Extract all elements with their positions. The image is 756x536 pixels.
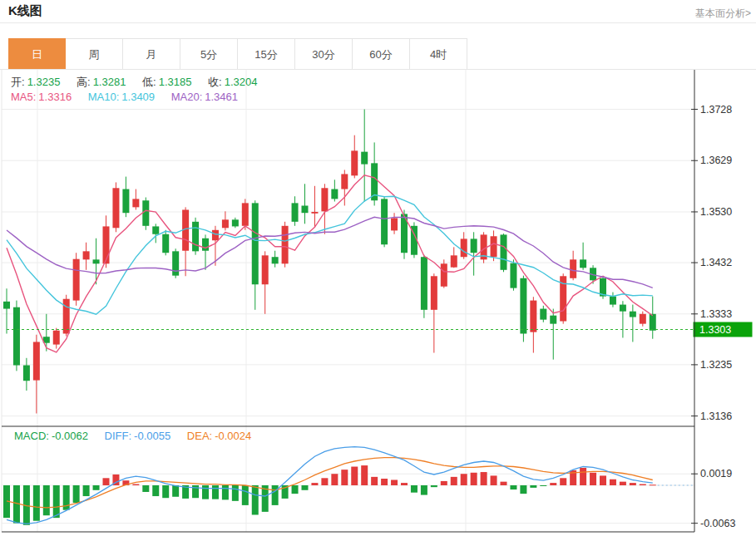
- candle-body: [23, 366, 30, 381]
- tab-5min[interactable]: 5分: [180, 38, 238, 70]
- macd-bar: [650, 484, 656, 485]
- macd-bar: [590, 473, 596, 485]
- tab-day[interactable]: 日: [8, 38, 66, 70]
- price-axis-label: 1.3333: [700, 308, 732, 320]
- candle-body: [302, 205, 309, 213]
- candle-body: [550, 316, 556, 324]
- tab-month[interactable]: 月: [123, 38, 180, 70]
- tab-60min[interactable]: 60分: [353, 38, 410, 70]
- candle-body: [142, 200, 149, 226]
- macd-bar: [441, 481, 447, 485]
- macd-bar: [242, 485, 249, 505]
- candle-body: [172, 251, 179, 275]
- macd-bar: [560, 478, 566, 485]
- candle-body: [321, 188, 328, 211]
- macd-bar: [600, 475, 606, 485]
- candle-body: [33, 342, 40, 380]
- candle-body: [630, 312, 636, 317]
- tab-15min[interactable]: 15分: [238, 38, 295, 70]
- macd-bar: [302, 485, 309, 490]
- candle-body: [640, 314, 646, 324]
- tab-4hour[interactable]: 4时: [410, 38, 467, 70]
- price-axis-label: 1.3629: [700, 155, 732, 166]
- macd-bar: [491, 475, 497, 485]
- candle-body: [381, 199, 388, 244]
- macd-bar: [431, 485, 437, 487]
- macd-bar: [351, 467, 358, 485]
- candle-body: [112, 188, 119, 228]
- macd-bar: [33, 485, 40, 521]
- macd-axis-label: -0.0063: [700, 518, 735, 529]
- candle-body: [53, 331, 60, 345]
- macd-bar: [292, 485, 299, 494]
- candle-body: [192, 222, 199, 252]
- macd-bar: [620, 482, 626, 485]
- last-price-badge-label: 1.3303: [699, 324, 731, 336]
- macd-bar: [630, 483, 636, 485]
- tab-30min[interactable]: 30分: [295, 38, 353, 70]
- macd-bar: [471, 473, 477, 485]
- fundamental-analysis-link[interactable]: 基本面分析>: [695, 7, 751, 21]
- macd-bar: [580, 468, 586, 485]
- candle-body: [63, 299, 70, 334]
- page-title: K线图: [8, 3, 42, 19]
- candle-body: [222, 219, 229, 228]
- macd-bar: [550, 483, 556, 485]
- candle-body: [620, 305, 626, 312]
- candle-body: [132, 199, 139, 207]
- macd-bar: [53, 485, 60, 518]
- macd-bar: [520, 485, 526, 494]
- macd-bar: [610, 479, 616, 485]
- candle-body: [292, 203, 299, 221]
- macd-bar: [132, 484, 139, 485]
- macd-bar: [451, 477, 457, 485]
- candle-body: [451, 255, 457, 267]
- period-tabbar: 日 周 月 5分 15分 30分 60分 4时: [8, 38, 467, 70]
- candle-body: [73, 259, 80, 301]
- candle-body: [3, 302, 10, 309]
- candle-body: [471, 238, 477, 253]
- tab-week[interactable]: 周: [66, 38, 123, 70]
- candle-body: [93, 259, 100, 263]
- candle-body: [83, 251, 90, 259]
- macd-bar: [172, 485, 179, 497]
- macd-bar: [481, 472, 487, 485]
- macd-bar: [461, 474, 467, 485]
- candle-body: [262, 255, 269, 284]
- candle-body: [421, 257, 427, 310]
- price-axis-label: 1.3530: [700, 206, 732, 218]
- candle-body: [540, 309, 546, 320]
- candle-body: [580, 259, 586, 268]
- price-axis-label: 1.3432: [700, 257, 732, 268]
- chart-svg[interactable]: 1.33031.37281.36291.35301.34321.33331.32…: [0, 70, 756, 536]
- candle-body: [431, 276, 437, 310]
- kline-widget: K线图 基本面分析> 日 周 月 5分 15分 30分 60分 4时 1.330…: [0, 0, 756, 536]
- macd-bar: [381, 479, 388, 485]
- candle-body: [441, 263, 447, 286]
- candle-body: [530, 301, 536, 332]
- candle-body: [501, 234, 507, 269]
- candle-body: [272, 257, 279, 263]
- macd-bar: [341, 470, 348, 485]
- candle-body: [311, 212, 318, 214]
- macd-bar: [311, 483, 318, 485]
- macd-bar: [331, 474, 338, 485]
- macd-bar: [152, 485, 159, 496]
- candle-body: [252, 203, 259, 284]
- candle-body: [331, 189, 338, 199]
- candle-body: [510, 263, 516, 288]
- price-axis-label: 1.3728: [700, 104, 732, 116]
- macd-bar: [103, 478, 110, 485]
- macd-bar: [232, 485, 239, 501]
- macd-bar: [43, 485, 50, 515]
- candle-body: [461, 238, 467, 257]
- macd-bar: [212, 485, 219, 499]
- candle-body: [13, 307, 20, 366]
- candle-body: [152, 226, 159, 234]
- macd-bar: [83, 485, 90, 496]
- candle-body: [361, 152, 368, 165]
- candle-body: [351, 150, 358, 175]
- macd-bar: [272, 485, 279, 505]
- macd-bar: [510, 485, 516, 489]
- candle-body: [341, 174, 348, 189]
